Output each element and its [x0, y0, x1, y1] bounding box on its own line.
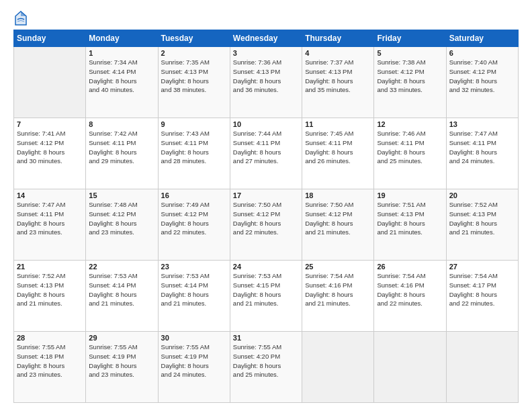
header-day-tuesday: Tuesday — [158, 30, 230, 47]
week-row-2: 14Sunrise: 7:47 AM Sunset: 4:11 PM Dayli… — [14, 189, 519, 261]
day-info: Sunrise: 7:40 AM Sunset: 4:12 PM Dayligh… — [449, 58, 515, 95]
day-number: 6 — [449, 49, 515, 57]
day-cell — [374, 332, 446, 403]
day-cell: 4Sunrise: 7:37 AM Sunset: 4:13 PM Daylig… — [302, 47, 374, 118]
day-number: 1 — [89, 49, 154, 57]
day-number: 29 — [89, 334, 154, 342]
day-info: Sunrise: 7:53 AM Sunset: 4:15 PM Dayligh… — [233, 271, 299, 308]
day-cell: 1Sunrise: 7:34 AM Sunset: 4:14 PM Daylig… — [86, 47, 158, 118]
day-cell: 13Sunrise: 7:47 AM Sunset: 4:11 PM Dayli… — [446, 118, 518, 189]
day-cell: 21Sunrise: 7:52 AM Sunset: 4:13 PM Dayli… — [14, 261, 86, 332]
day-cell: 10Sunrise: 7:44 AM Sunset: 4:11 PM Dayli… — [230, 118, 302, 189]
day-cell: 9Sunrise: 7:43 AM Sunset: 4:11 PM Daylig… — [158, 118, 230, 189]
day-number: 17 — [233, 191, 299, 199]
day-number: 2 — [161, 49, 227, 57]
day-info: Sunrise: 7:41 AM Sunset: 4:12 PM Dayligh… — [17, 129, 83, 166]
day-cell: 25Sunrise: 7:54 AM Sunset: 4:16 PM Dayli… — [302, 261, 374, 332]
day-number: 20 — [449, 191, 515, 199]
day-info: Sunrise: 7:38 AM Sunset: 4:12 PM Dayligh… — [377, 58, 443, 95]
day-number: 30 — [161, 334, 227, 342]
day-info: Sunrise: 7:37 AM Sunset: 4:13 PM Dayligh… — [305, 58, 371, 95]
day-number: 31 — [233, 334, 299, 342]
day-cell: 19Sunrise: 7:51 AM Sunset: 4:13 PM Dayli… — [374, 189, 446, 261]
header-day-friday: Friday — [374, 30, 446, 47]
day-info: Sunrise: 7:36 AM Sunset: 4:13 PM Dayligh… — [233, 58, 299, 95]
header-day-sunday: Sunday — [14, 30, 86, 47]
day-cell: 24Sunrise: 7:53 AM Sunset: 4:15 PM Dayli… — [230, 261, 302, 332]
day-cell: 20Sunrise: 7:52 AM Sunset: 4:13 PM Dayli… — [446, 189, 518, 261]
day-info: Sunrise: 7:53 AM Sunset: 4:14 PM Dayligh… — [161, 271, 227, 308]
day-number: 8 — [89, 120, 154, 128]
day-cell: 18Sunrise: 7:50 AM Sunset: 4:12 PM Dayli… — [302, 189, 374, 261]
day-info: Sunrise: 7:49 AM Sunset: 4:12 PM Dayligh… — [161, 200, 227, 237]
day-cell: 23Sunrise: 7:53 AM Sunset: 4:14 PM Dayli… — [158, 261, 230, 332]
day-cell: 7Sunrise: 7:41 AM Sunset: 4:12 PM Daylig… — [14, 118, 86, 189]
day-number: 10 — [233, 120, 299, 128]
day-info: Sunrise: 7:54 AM Sunset: 4:17 PM Dayligh… — [449, 271, 515, 308]
day-cell: 17Sunrise: 7:50 AM Sunset: 4:12 PM Dayli… — [230, 189, 302, 261]
day-info: Sunrise: 7:55 AM Sunset: 4:20 PM Dayligh… — [233, 342, 299, 379]
day-cell: 11Sunrise: 7:45 AM Sunset: 4:11 PM Dayli… — [302, 118, 374, 189]
day-number: 26 — [377, 263, 443, 271]
day-info: Sunrise: 7:50 AM Sunset: 4:12 PM Dayligh… — [305, 200, 371, 237]
day-cell: 2Sunrise: 7:35 AM Sunset: 4:13 PM Daylig… — [158, 47, 230, 118]
day-number: 25 — [305, 263, 371, 271]
day-cell — [446, 332, 518, 403]
day-number: 13 — [449, 120, 515, 128]
day-cell: 28Sunrise: 7:55 AM Sunset: 4:18 PM Dayli… — [14, 332, 86, 403]
day-number: 22 — [89, 263, 154, 271]
day-info: Sunrise: 7:48 AM Sunset: 4:12 PM Dayligh… — [89, 200, 154, 237]
day-cell: 31Sunrise: 7:55 AM Sunset: 4:20 PM Dayli… — [230, 332, 302, 403]
day-number: 18 — [305, 191, 371, 199]
day-info: Sunrise: 7:35 AM Sunset: 4:13 PM Dayligh… — [161, 58, 227, 95]
day-number: 21 — [17, 263, 83, 271]
day-info: Sunrise: 7:42 AM Sunset: 4:11 PM Dayligh… — [89, 129, 154, 166]
day-cell: 15Sunrise: 7:48 AM Sunset: 4:12 PM Dayli… — [86, 189, 158, 261]
header — [13, 11, 519, 26]
day-number: 23 — [161, 263, 227, 271]
day-number: 7 — [17, 120, 83, 128]
day-cell — [14, 47, 86, 118]
day-cell: 6Sunrise: 7:40 AM Sunset: 4:12 PM Daylig… — [446, 47, 518, 118]
day-number: 16 — [161, 191, 227, 199]
day-cell: 8Sunrise: 7:42 AM Sunset: 4:11 PM Daylig… — [86, 118, 158, 189]
day-number: 27 — [449, 263, 515, 271]
day-cell: 26Sunrise: 7:54 AM Sunset: 4:16 PM Dayli… — [374, 261, 446, 332]
week-row-4: 28Sunrise: 7:55 AM Sunset: 4:18 PM Dayli… — [14, 332, 519, 403]
day-info: Sunrise: 7:51 AM Sunset: 4:13 PM Dayligh… — [377, 200, 443, 237]
day-info: Sunrise: 7:55 AM Sunset: 4:19 PM Dayligh… — [89, 342, 154, 379]
day-info: Sunrise: 7:50 AM Sunset: 4:12 PM Dayligh… — [233, 200, 299, 237]
calendar-header: SundayMondayTuesdayWednesdayThursdayFrid… — [14, 30, 519, 47]
header-row: SundayMondayTuesdayWednesdayThursdayFrid… — [14, 30, 519, 47]
day-number: 14 — [17, 191, 83, 199]
page: SundayMondayTuesdayWednesdayThursdayFrid… — [0, 0, 532, 411]
day-cell: 3Sunrise: 7:36 AM Sunset: 4:13 PM Daylig… — [230, 47, 302, 118]
day-cell: 27Sunrise: 7:54 AM Sunset: 4:17 PM Dayli… — [446, 261, 518, 332]
week-row-0: 1Sunrise: 7:34 AM Sunset: 4:14 PM Daylig… — [14, 47, 519, 118]
day-cell: 22Sunrise: 7:53 AM Sunset: 4:14 PM Dayli… — [86, 261, 158, 332]
day-cell: 30Sunrise: 7:55 AM Sunset: 4:19 PM Dayli… — [158, 332, 230, 403]
day-info: Sunrise: 7:55 AM Sunset: 4:18 PM Dayligh… — [17, 342, 83, 379]
day-number: 19 — [377, 191, 443, 199]
week-row-3: 21Sunrise: 7:52 AM Sunset: 4:13 PM Dayli… — [14, 261, 519, 332]
day-info: Sunrise: 7:53 AM Sunset: 4:14 PM Dayligh… — [89, 271, 154, 308]
day-info: Sunrise: 7:55 AM Sunset: 4:19 PM Dayligh… — [161, 342, 227, 379]
day-cell: 12Sunrise: 7:46 AM Sunset: 4:11 PM Dayli… — [374, 118, 446, 189]
logo — [13, 11, 30, 26]
day-number: 11 — [305, 120, 371, 128]
logo-icon — [15, 11, 27, 26]
day-cell: 16Sunrise: 7:49 AM Sunset: 4:12 PM Dayli… — [158, 189, 230, 261]
day-info: Sunrise: 7:43 AM Sunset: 4:11 PM Dayligh… — [161, 129, 227, 166]
day-number: 9 — [161, 120, 227, 128]
day-info: Sunrise: 7:45 AM Sunset: 4:11 PM Dayligh… — [305, 129, 371, 166]
day-info: Sunrise: 7:54 AM Sunset: 4:16 PM Dayligh… — [305, 271, 371, 308]
calendar-body: 1Sunrise: 7:34 AM Sunset: 4:14 PM Daylig… — [14, 47, 519, 403]
day-cell: 29Sunrise: 7:55 AM Sunset: 4:19 PM Dayli… — [86, 332, 158, 403]
day-info: Sunrise: 7:47 AM Sunset: 4:11 PM Dayligh… — [17, 200, 83, 237]
day-cell: 14Sunrise: 7:47 AM Sunset: 4:11 PM Dayli… — [14, 189, 86, 261]
day-info: Sunrise: 7:54 AM Sunset: 4:16 PM Dayligh… — [377, 271, 443, 308]
header-day-thursday: Thursday — [302, 30, 374, 47]
day-number: 5 — [377, 49, 443, 57]
day-number: 15 — [89, 191, 154, 199]
header-day-monday: Monday — [86, 30, 158, 47]
